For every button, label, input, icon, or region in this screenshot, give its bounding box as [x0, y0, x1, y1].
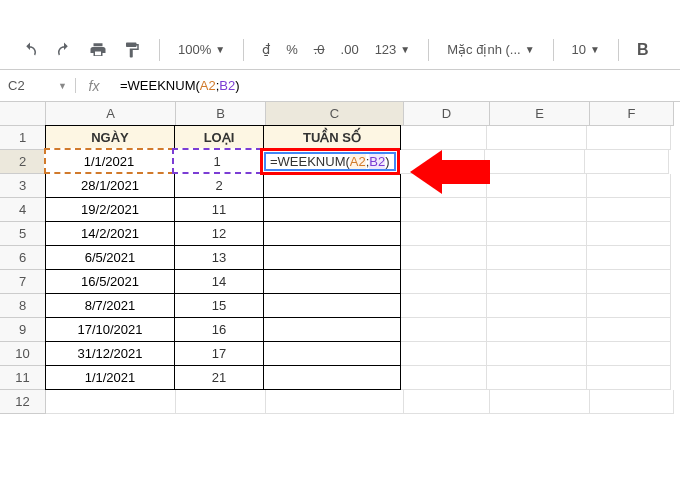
- cell[interactable]: 15: [174, 293, 264, 318]
- cell[interactable]: [487, 198, 587, 222]
- cell[interactable]: [263, 197, 401, 222]
- cell[interactable]: [490, 390, 590, 414]
- cell[interactable]: [587, 342, 671, 366]
- cell[interactable]: 13: [174, 245, 264, 270]
- row-header[interactable]: 4: [0, 198, 46, 222]
- row-header[interactable]: 8: [0, 294, 46, 318]
- cell-editor[interactable]: =WEEKNUM(A2;B2): [264, 152, 396, 171]
- cell[interactable]: [401, 270, 487, 294]
- cell[interactable]: [487, 342, 587, 366]
- cell[interactable]: [485, 150, 585, 174]
- cell[interactable]: [487, 222, 587, 246]
- cell[interactable]: [263, 365, 401, 390]
- cell[interactable]: 12: [174, 221, 264, 246]
- cell[interactable]: [487, 126, 587, 150]
- cell[interactable]: [263, 269, 401, 294]
- cell[interactable]: [587, 294, 671, 318]
- cell[interactable]: 31/12/2021: [45, 341, 175, 366]
- increase-decimal-button[interactable]: .00: [335, 42, 365, 57]
- cell[interactable]: [401, 366, 487, 390]
- col-header-c[interactable]: C: [266, 102, 404, 126]
- cell[interactable]: [263, 341, 401, 366]
- cell[interactable]: 17: [174, 341, 264, 366]
- cell[interactable]: [401, 222, 487, 246]
- row-header[interactable]: 10: [0, 342, 46, 366]
- col-header-d[interactable]: D: [404, 102, 490, 126]
- row-header[interactable]: 12: [0, 390, 46, 414]
- row-header[interactable]: 1: [0, 126, 46, 150]
- cell[interactable]: [487, 246, 587, 270]
- font-size-dropdown[interactable]: 10▼: [566, 42, 606, 57]
- undo-button[interactable]: [15, 37, 45, 63]
- cell[interactable]: [590, 390, 674, 414]
- cell[interactable]: [487, 318, 587, 342]
- name-box[interactable]: C2 ▼: [0, 78, 76, 93]
- row-header[interactable]: 5: [0, 222, 46, 246]
- select-all-corner[interactable]: [0, 102, 46, 126]
- cell[interactable]: [401, 342, 487, 366]
- cell[interactable]: [401, 246, 487, 270]
- cell[interactable]: 1/1/2021: [45, 365, 175, 390]
- cell[interactable]: 14/2/2021: [45, 221, 175, 246]
- col-header-b[interactable]: B: [176, 102, 266, 126]
- paint-format-button[interactable]: [117, 37, 147, 63]
- number-format-dropdown[interactable]: 123▼: [369, 42, 417, 57]
- row-header[interactable]: 9: [0, 318, 46, 342]
- col-header-e[interactable]: E: [490, 102, 590, 126]
- bold-button[interactable]: B: [631, 37, 655, 63]
- cell[interactable]: 17/10/2021: [45, 317, 175, 342]
- cell[interactable]: 16/5/2021: [45, 269, 175, 294]
- cell[interactable]: [401, 126, 487, 150]
- row-header[interactable]: 7: [0, 270, 46, 294]
- row-header[interactable]: 11: [0, 366, 46, 390]
- decrease-decimal-button[interactable]: .0: [308, 42, 331, 57]
- cell[interactable]: [585, 150, 669, 174]
- row-header[interactable]: 2: [0, 150, 46, 174]
- cell[interactable]: [587, 270, 671, 294]
- cell[interactable]: 16: [174, 317, 264, 342]
- cell[interactable]: TUẦN SỐ: [263, 125, 401, 150]
- cell[interactable]: [46, 390, 176, 414]
- col-header-a[interactable]: A: [46, 102, 176, 126]
- cell[interactable]: [487, 294, 587, 318]
- cell[interactable]: [401, 198, 487, 222]
- row-header[interactable]: 3: [0, 174, 46, 198]
- cell[interactable]: 2: [174, 173, 264, 198]
- cell[interactable]: [404, 390, 490, 414]
- cell-b2[interactable]: 1: [172, 148, 262, 174]
- zoom-dropdown[interactable]: 100%▼: [172, 42, 231, 57]
- cell[interactable]: [401, 294, 487, 318]
- cell[interactable]: [263, 173, 401, 198]
- print-button[interactable]: [83, 37, 113, 63]
- cell[interactable]: [487, 366, 587, 390]
- cell[interactable]: [487, 174, 587, 198]
- font-dropdown[interactable]: Mặc định (...▼: [441, 42, 540, 57]
- cell[interactable]: [587, 126, 671, 150]
- cell[interactable]: 21: [174, 365, 264, 390]
- row-header[interactable]: 6: [0, 246, 46, 270]
- cell[interactable]: [263, 293, 401, 318]
- redo-button[interactable]: [49, 37, 79, 63]
- percent-button[interactable]: %: [280, 42, 304, 57]
- cell[interactable]: LOẠI: [174, 125, 264, 150]
- cell[interactable]: 28/1/2021: [45, 173, 175, 198]
- cell-c2-editing[interactable]: =WEEKNUM(A2;B2): [261, 149, 399, 174]
- cell[interactable]: [263, 245, 401, 270]
- cell[interactable]: 14: [174, 269, 264, 294]
- cell[interactable]: [587, 246, 671, 270]
- cell[interactable]: [587, 366, 671, 390]
- cell[interactable]: [263, 317, 401, 342]
- cell[interactable]: [263, 221, 401, 246]
- currency-button[interactable]: ₫: [256, 42, 276, 57]
- cell[interactable]: 11: [174, 197, 264, 222]
- cell[interactable]: [401, 318, 487, 342]
- cell[interactable]: [176, 390, 266, 414]
- cell[interactable]: [587, 198, 671, 222]
- cell[interactable]: [587, 174, 671, 198]
- cell[interactable]: NGÀY: [45, 125, 175, 150]
- cell[interactable]: 8/7/2021: [45, 293, 175, 318]
- cell[interactable]: 6/5/2021: [45, 245, 175, 270]
- cell[interactable]: 19/2/2021: [45, 197, 175, 222]
- cell[interactable]: [587, 222, 671, 246]
- cell[interactable]: [587, 318, 671, 342]
